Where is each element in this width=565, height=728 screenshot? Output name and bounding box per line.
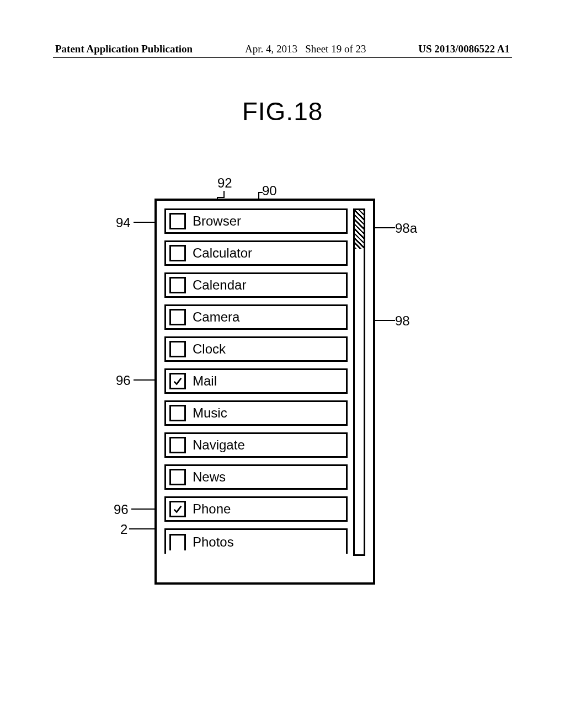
checkbox-icon[interactable]: [169, 309, 186, 325]
list-item-label: News: [193, 469, 226, 485]
page-header: Patent Application Publication Apr. 4, 2…: [0, 43, 565, 55]
list-item-label: Clock: [193, 341, 226, 357]
checkbox-icon[interactable]: [169, 469, 186, 485]
check-icon: [173, 504, 183, 514]
list-item[interactable]: News: [164, 464, 348, 490]
header-date: Apr. 4, 2013: [245, 43, 297, 55]
leader-98: [373, 320, 395, 321]
checkbox-icon[interactable]: [169, 245, 186, 261]
ref-2: 2: [120, 522, 127, 537]
list-item[interactable]: Calculator: [164, 240, 348, 266]
checkbox-icon[interactable]: [169, 501, 186, 517]
header-pubnum: US 2013/0086522 A1: [418, 43, 510, 55]
app-list[interactable]: Browser Calculator Calendar Camera Clock: [164, 208, 348, 556]
list-item[interactable]: Camera: [164, 304, 348, 330]
list-item[interactable]: Photos: [164, 528, 348, 554]
header-date-sheet: Apr. 4, 2013 Sheet 19 of 23: [245, 43, 366, 55]
list-item-label: Camera: [193, 309, 239, 325]
ref-92: 92: [217, 175, 232, 191]
list-item-label: Calendar: [193, 277, 246, 293]
leader-92: [223, 191, 225, 197]
ref-96-phone: 96: [114, 502, 129, 517]
list-item[interactable]: Calendar: [164, 272, 348, 298]
ref-98a: 98a: [395, 221, 417, 236]
list-item[interactable]: Music: [164, 400, 348, 426]
checkbox-icon[interactable]: [169, 277, 186, 293]
list-item-label: Photos: [193, 534, 234, 550]
checkbox-icon[interactable]: [169, 373, 186, 389]
list-item-label: Music: [193, 405, 227, 421]
list-item[interactable]: Mail: [164, 368, 348, 394]
checkbox-icon[interactable]: [169, 437, 186, 453]
check-icon: [173, 376, 183, 386]
checkbox-icon[interactable]: [169, 534, 186, 550]
leader-90-b: [258, 192, 263, 193]
scrollbar-track[interactable]: [353, 208, 365, 556]
header-pubtype: Patent Application Publication: [55, 43, 193, 55]
list-item-label: Calculator: [193, 245, 252, 261]
checkbox-icon[interactable]: [169, 405, 186, 421]
leader-92-b: [217, 197, 225, 198]
list-item-label: Phone: [193, 501, 231, 517]
ref-90: 90: [262, 183, 277, 199]
ref-98: 98: [395, 313, 410, 329]
header-sheet: Sheet 19 of 23: [305, 43, 366, 55]
scrollbar-thumb[interactable]: [355, 210, 364, 249]
list-item[interactable]: Navigate: [164, 432, 348, 458]
header-rule: [53, 57, 512, 58]
checkbox-icon[interactable]: [169, 213, 186, 229]
list-item-label: Browser: [193, 213, 241, 229]
page: Patent Application Publication Apr. 4, 2…: [0, 0, 565, 728]
ref-96-mail: 96: [116, 373, 131, 388]
checkbox-icon[interactable]: [169, 341, 186, 357]
figure-title: FIG.18: [0, 97, 565, 126]
list-item-label: Navigate: [193, 437, 245, 453]
list-item[interactable]: Browser: [164, 208, 348, 234]
list-item[interactable]: Clock: [164, 336, 348, 362]
ref-94: 94: [116, 215, 131, 231]
list-item-label: Mail: [193, 373, 217, 389]
leader-98a: [373, 227, 395, 228]
device-frame: Browser Calculator Calendar Camera Clock: [154, 199, 375, 585]
list-item[interactable]: Phone: [164, 496, 348, 522]
leader-2: [129, 528, 154, 529]
